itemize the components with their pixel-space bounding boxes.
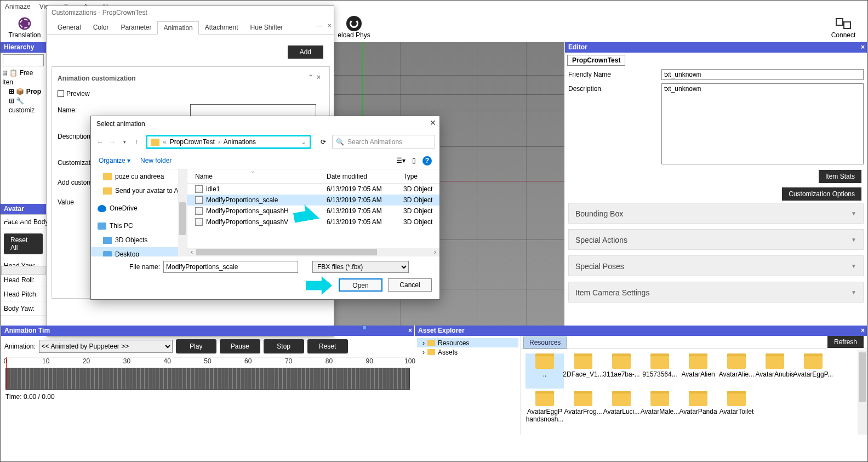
tree-free-items[interactable]: ⊟ 📋 Free Iten [2,69,44,87]
tab-attachment[interactable]: Attachment [199,21,244,34]
asset-item[interactable]: AvatarLuci... [602,391,641,426]
asset-item[interactable]: 91573564... [641,353,679,389]
ae-tab-resources[interactable]: Resources [523,336,567,349]
open-button[interactable]: Open [339,278,382,292]
asset-item[interactable]: AvatarMale... [641,391,679,426]
asset-item[interactable]: AvatarEggP handsnosh... [526,391,564,426]
asset-tree-assets[interactable]: ›Assets [417,347,518,357]
asset-item[interactable]: AvatarPanda [679,391,717,426]
side-item-onedrive[interactable]: OneDrive [110,204,138,212]
acc-special-poses[interactable]: Special Poses [568,255,864,276]
customization-options-button[interactable]: Customization Options [782,187,861,201]
body-yaw-row[interactable]: Body Yaw: [1,301,46,316]
name-input[interactable] [190,104,316,116]
asset-item[interactable]: AvatarToilet [717,391,756,426]
reset-button[interactable]: Reset [307,339,348,353]
hierarchy-tree[interactable]: ⊟ 📋 Free Iten ⊞ 📦 Prop ⊞ 🔧 customiz [1,67,46,116]
asset-item[interactable]: AvatarFrog... [564,391,602,426]
head-pitch-row[interactable]: Head Pitch: [1,287,46,301]
acc-special-actions[interactable]: Special Actions [568,229,864,250]
panel-close-icon[interactable]: × [317,73,324,81]
editor-tab[interactable]: PropCrownTest [567,55,625,66]
cust-close-icon[interactable]: × [328,19,332,32]
editor-close-icon[interactable]: × [861,42,865,53]
ae-refresh-button[interactable]: Refresh [827,336,864,348]
asset-item[interactable]: .. [526,353,564,389]
tree-customiz[interactable]: ⊞ 🔧 customiz [2,96,44,115]
help-icon[interactable]: ? [422,156,432,166]
nav-fwd-icon[interactable]: → [107,138,117,146]
cust-min-icon[interactable]: — [316,19,322,32]
file-dialog-sidebar[interactable]: poze cu andreea Send your avatar to A On… [91,169,187,256]
tab-general[interactable]: General [52,21,87,34]
file-row[interactable]: ModifyProportions_scale6/13/2019 7:05 AM… [187,195,439,206]
translation-tool[interactable]: Translation [5,16,44,39]
search-animations[interactable]: 🔍Search Animations [332,135,435,149]
file-dialog-close-icon[interactable]: ✕ [430,118,436,127]
menu-animaze[interactable]: Animaze [5,3,31,10]
animation-select[interactable]: << Animated by Puppeteer >> [39,340,173,353]
tab-parameter[interactable]: Parameter [115,21,157,34]
tab-color[interactable]: Color [87,21,115,34]
view-icon[interactable]: ☰▾ [396,157,406,164]
col-name[interactable]: Name [195,173,327,180]
tab-hue-shifter[interactable]: Hue Shifter [244,21,289,34]
col-date[interactable]: Date modified [327,173,403,180]
breadcrumb[interactable]: « PropCrownTest › Animations ⌄ [146,135,311,149]
crumb-dropdown-icon[interactable]: ⌄ [301,138,306,146]
connect-tool[interactable]: Connect [824,16,863,39]
nav-recent-icon[interactable]: ▾ [119,139,129,145]
timeline-close-icon[interactable]: × [408,326,412,336]
asset-item[interactable]: 2DFace_V1... [564,353,602,389]
playhead[interactable] [6,357,7,389]
asset-tree-resources[interactable]: ›Resources [417,338,518,347]
preview-checkbox[interactable]: Preview [58,90,324,98]
asset-item[interactable]: AvatarAlien [679,353,717,389]
h-scrollbar[interactable] [1,266,45,275]
pause-button[interactable]: Pause [220,339,260,353]
description-input[interactable]: txt_unknown [661,83,864,164]
asset-item[interactable]: 311ae7ba-... [602,353,641,389]
crumb-0[interactable]: PropCrownTest [170,138,215,146]
ae-close-icon[interactable]: × [861,326,865,336]
nav-up-icon[interactable]: ↑ [132,138,141,146]
file-name-input[interactable] [163,261,298,273]
file-filter-select[interactable]: FBX files (*.fbx) [312,261,409,273]
stop-button[interactable]: Stop [264,339,304,353]
timeline-axis[interactable]: 0102030405060708090100 [5,357,410,368]
resize-handle[interactable] [362,326,367,330]
tab-animation[interactable]: Animation [157,21,198,35]
preview-pane-icon[interactable]: ▯ [412,157,416,164]
acc-camera-settings[interactable]: Item Camera Settings [568,282,864,303]
tree-prop[interactable]: ⊞ 📦 Prop [2,87,44,96]
cancel-button[interactable]: Cancel [388,278,432,292]
side-item-thispc[interactable]: This PC [110,222,133,230]
friendly-name-input[interactable] [661,69,864,80]
file-list-hscroll[interactable]: ‹› [187,248,439,256]
acc-bounding-box[interactable]: Bounding Box [568,203,864,224]
customizations-titlebar[interactable]: Customizations - PropCrownTest —× [47,6,334,19]
nav-back-icon[interactable]: ← [95,138,105,146]
asset-item[interactable]: AvatarEggP... [794,353,832,389]
add-button[interactable]: Add [288,45,323,59]
col-type[interactable]: Type [403,173,436,180]
side-item-1[interactable]: Send your avatar to A [115,187,178,195]
side-item-desktop[interactable]: Desktop [115,250,139,256]
new-folder-button[interactable]: New folder [140,157,172,164]
timeline-track[interactable] [5,368,410,390]
crumb-1[interactable]: Animations [224,138,256,146]
reload-phys[interactable]: eload Phys [334,16,374,39]
organize-button[interactable]: Organize ▾ [99,157,130,164]
asset-tree[interactable]: ›Resources ›Assets [415,336,521,435]
ae-scrollbar[interactable] [858,350,867,435]
collapse-icon[interactable]: ⌃ [308,73,317,81]
file-row[interactable]: idle16/13/2019 7:05 AM3D Object [187,184,439,195]
refresh-icon[interactable]: ⟳ [317,138,330,146]
asset-item[interactable]: AvatarAnubis [756,353,794,389]
play-button[interactable]: Play [176,339,216,353]
side-item-0[interactable]: poze cu andreea [115,173,164,180]
side-item-3d[interactable]: 3D Objects [115,236,147,244]
asset-item[interactable]: AvatarAlie... [717,353,756,389]
reset-all-button[interactable]: Reset All [4,233,43,254]
sidebar-scrollbar[interactable] [178,169,187,256]
